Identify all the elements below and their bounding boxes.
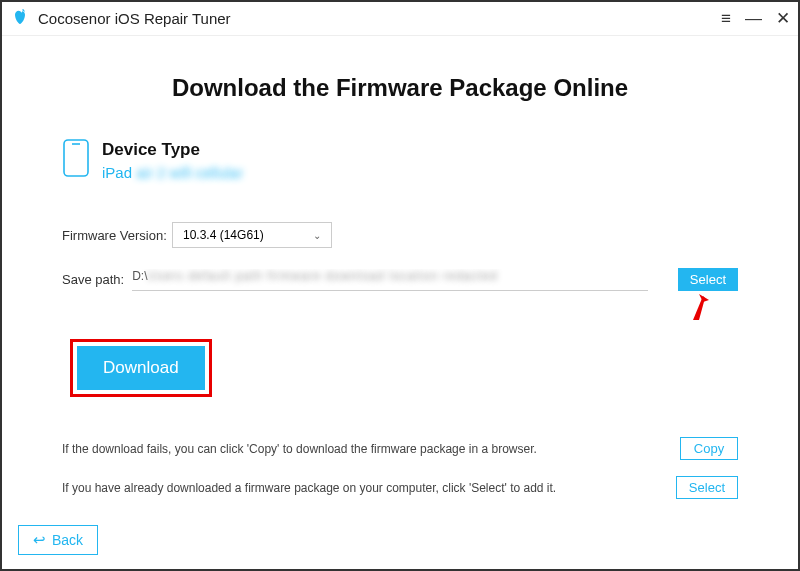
save-path-row: Save path: D:\Users default path firmwar… (62, 268, 738, 291)
back-button[interactable]: ↩ Back (18, 525, 98, 555)
device-icon (62, 138, 90, 182)
download-highlight: Download (70, 339, 212, 397)
title-bar: Cocosenor iOS Repair Tuner ≡ — ✕ (2, 2, 798, 36)
hints-section: If the download fails, you can click 'Co… (62, 437, 738, 499)
footer: ↩ Back (18, 525, 98, 555)
menu-icon[interactable]: ≡ (721, 10, 731, 27)
device-model: iPad air 2 wifi cellular (102, 164, 243, 181)
firmware-version-row: Firmware Version: 10.3.4 (14G61) ⌄ (62, 222, 738, 248)
app-logo-icon (10, 8, 30, 30)
svg-rect-0 (64, 140, 88, 176)
device-type-section: Device Type iPad air 2 wifi cellular (62, 138, 738, 182)
hint-download-fail: If the download fails, you can click 'Co… (62, 442, 650, 456)
copy-button[interactable]: Copy (680, 437, 738, 460)
firmware-version-value: 10.3.4 (14G61) (183, 228, 264, 242)
firmware-version-select[interactable]: 10.3.4 (14G61) ⌄ (172, 222, 332, 248)
window-controls: ≡ — ✕ (721, 10, 790, 27)
hint-already-downloaded: If you have already downloaded a firmwar… (62, 481, 646, 495)
close-icon[interactable]: ✕ (776, 10, 790, 27)
select-path-button[interactable]: Select (678, 268, 738, 291)
select-local-button[interactable]: Select (676, 476, 738, 499)
device-type-label: Device Type (102, 140, 243, 160)
back-arrow-icon: ↩ (33, 531, 46, 549)
save-path-input[interactable]: D:\Users default path firmware download … (132, 269, 648, 291)
app-title: Cocosenor iOS Repair Tuner (38, 10, 721, 27)
chevron-down-icon: ⌄ (313, 230, 321, 241)
save-path-label: Save path: (62, 272, 124, 287)
annotation-arrow-icon (689, 292, 713, 320)
download-button[interactable]: Download (77, 346, 205, 390)
back-label: Back (52, 532, 83, 548)
firmware-version-label: Firmware Version: (62, 228, 172, 243)
page-title: Download the Firmware Package Online (62, 74, 738, 102)
minimize-icon[interactable]: — (745, 10, 762, 27)
